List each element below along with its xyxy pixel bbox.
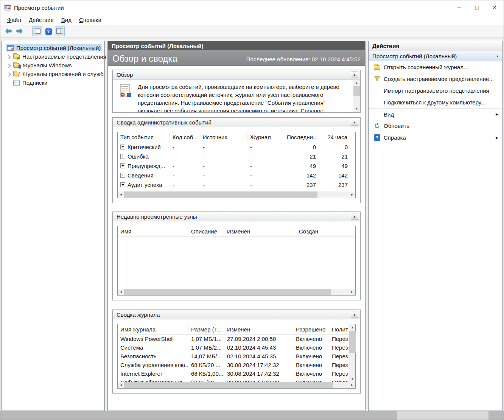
scroll-right-icon[interactable]: ► [349,382,355,388]
action-open-saved-log[interactable]: Открыть сохраненный журнал... [369,61,502,73]
expand-chevron-icon[interactable] [6,71,12,77]
tree-item-subscriptions[interactable]: Подписки [2,78,104,87]
overview-section-header[interactable]: Обзор ▲ [112,70,361,79]
column-header[interactable]: Код соб... [170,132,200,142]
expand-plus-icon[interactable]: + [120,182,125,187]
scroll-down-icon[interactable]: ▼ [349,376,356,382]
back-button[interactable] [3,26,13,36]
tree-item-custom-views[interactable]: Настраиваемые представления [2,52,104,61]
window-title: Просмотр событий [14,5,64,11]
menu-action[interactable]: Действие [25,16,58,24]
column-header[interactable]: Журнал [247,132,284,142]
scroll-left-icon[interactable]: ◄ [118,191,124,198]
console-tree-panel: Просмотр событий (Локальный) Настраиваем… [2,41,105,411]
action-label: Импорт настраиваемого представления [384,87,489,94]
maximize-button[interactable]: □ [468,0,486,15]
expand-chevron-icon[interactable] [6,54,12,60]
action-pane-toggle-button[interactable] [55,26,65,36]
section-title: Недавно просмотренные узлы [117,213,197,220]
titlebar: Просмотр событий – □ × [0,0,504,15]
menu-help[interactable]: Справка [75,16,105,24]
event-viewer-icon [6,45,14,51]
scrollbar-thumb[interactable] [349,331,356,353]
minimize-button[interactable]: – [450,0,468,15]
forward-button[interactable] [15,26,25,36]
column-header[interactable]: Имя журнала [118,324,188,334]
column-header[interactable]: Источник [200,132,247,142]
table-row[interactable]: Система 1,07 МБ/2... 02.10.2024 4:45:43 … [118,343,355,352]
menu-file[interactable]: Файл [3,16,25,24]
actions-pane: Действия Просмотр событий (Локальный) ▲ … [368,41,502,411]
table-row[interactable]: +Ошибка - - - 21 21 [118,152,355,161]
column-header[interactable]: 24 часа [321,132,355,142]
filter-funnel-icon [373,76,381,82]
action-label: Подключиться к другому компьютеру... [384,99,485,106]
table-row[interactable]: +Критический - - - 0 0 [118,142,355,152]
scrollbar-thumb[interactable] [124,191,317,198]
menu-view[interactable]: Вид [58,16,75,24]
log-summary-section-header[interactable]: Сводка журнала ▲ [112,310,361,319]
column-header[interactable]: Описание [188,226,224,236]
table-row[interactable]: +Сведения - - - 142 142 [118,171,355,180]
tree-item-event-viewer-root[interactable]: Просмотр событий (Локальный) [2,44,104,52]
scrollbar-thumb[interactable] [124,382,333,388]
expand-plus-icon[interactable]: + [120,154,125,159]
recent-nodes-section-header[interactable]: Недавно просмотренные узлы ▲ [112,212,361,221]
table-row[interactable]: Служба управления клю... 68 КБ/20 ... 30… [118,361,355,369]
actions-group-header[interactable]: Просмотр событий (Локальный) ▲ [369,51,502,61]
actions-pane-title: Действия [369,41,502,51]
event-type: Аудит успеха [128,182,162,188]
column-header[interactable]: Тип события [118,132,170,142]
scrollbar-thumb[interactable] [353,86,360,96]
column-header[interactable]: Последни... [284,132,321,142]
column-header[interactable]: Изменен [224,324,293,334]
expand-chevron-icon[interactable] [6,62,12,68]
table-row[interactable]: +Аудит успеха - - - 237 237 [118,180,355,190]
column-header[interactable]: Создан [296,226,355,236]
horizontal-scrollbar[interactable]: ◄ ► [118,289,355,295]
tree-item-windows-logs[interactable]: Журналы Windows [2,61,104,70]
scroll-left-icon[interactable]: ◄ [118,289,124,295]
tree-item-app-service-logs[interactable]: Журналы приложений и служб [2,70,104,78]
table-row[interactable]: Internet Explorer 68 КБ/1,00... 30.08.20… [118,369,355,378]
action-create-custom-view[interactable]: Создать настраиваемое представление... [369,73,502,85]
horizontal-scrollbar[interactable]: ◄ ► [118,191,355,198]
column-header[interactable]: Размер (Т... [188,324,224,334]
vertical-scrollbar[interactable]: ▲ ▼ [349,324,355,382]
table-row[interactable]: Windows PowerShell 1,07 МБ/1... 27.09.20… [118,334,355,343]
action-view[interactable]: Вид ▶ [369,108,502,120]
scroll-up-icon[interactable]: ▲ [349,324,356,331]
column-header[interactable]: Имя [118,226,188,236]
expand-plus-icon[interactable]: + [120,163,125,168]
console-tree-toggle-button[interactable] [32,26,42,36]
scroll-right-icon[interactable]: ► [349,289,355,295]
collapse-section-button[interactable]: ▲ [351,213,358,220]
window-controls: – □ × [450,0,504,15]
expand-plus-icon[interactable]: + [120,145,125,149]
table-row[interactable]: Безопасность 14,07 МБ/... 02.10.2024 4:4… [118,352,355,361]
collapse-section-button[interactable]: ▲ [351,71,358,78]
action-import-custom-view[interactable]: Импорт настраиваемого представления [369,85,502,96]
scrollbar-thumb[interactable] [124,289,331,295]
admin-events-section-header[interactable]: Сводка административных событий ▲ [112,117,361,127]
column-header[interactable]: Изменен [224,226,296,236]
close-button[interactable]: × [486,0,504,15]
horizontal-scrollbar[interactable]: ◄ ► [118,382,355,388]
table-row[interactable]: +Предупрежд... - - - 49 49 [118,161,355,171]
collapse-section-button[interactable]: ▲ [351,119,358,126]
help-toolbar-button[interactable]: ? [44,26,53,36]
log-summary-section-body: Имя журнала Размер (Т... Изменен Разреше… [112,319,361,394]
scroll-right-icon[interactable]: ► [349,191,355,198]
scroll-up-icon[interactable]: ▲ [353,80,360,86]
table-row[interactable]: События оборудования 68 КБ/20 ... 30.08.… [118,378,355,382]
collapse-section-button[interactable]: ▲ [351,311,358,318]
action-connect-other-computer[interactable]: Подключиться к другому компьютеру... [369,96,502,108]
scroll-left-icon[interactable]: ◄ [118,382,124,388]
column-header[interactable]: Разрешено [293,324,329,334]
action-refresh[interactable]: Обновить [369,120,502,132]
scroll-down-icon[interactable]: ▼ [353,106,360,112]
action-help[interactable]: ? Справка ▶ [369,132,502,143]
expand-plus-icon[interactable]: + [120,173,125,178]
collapse-group-icon[interactable]: ▲ [496,54,499,58]
vertical-scrollbar[interactable]: ▲ ▼ [353,80,360,112]
